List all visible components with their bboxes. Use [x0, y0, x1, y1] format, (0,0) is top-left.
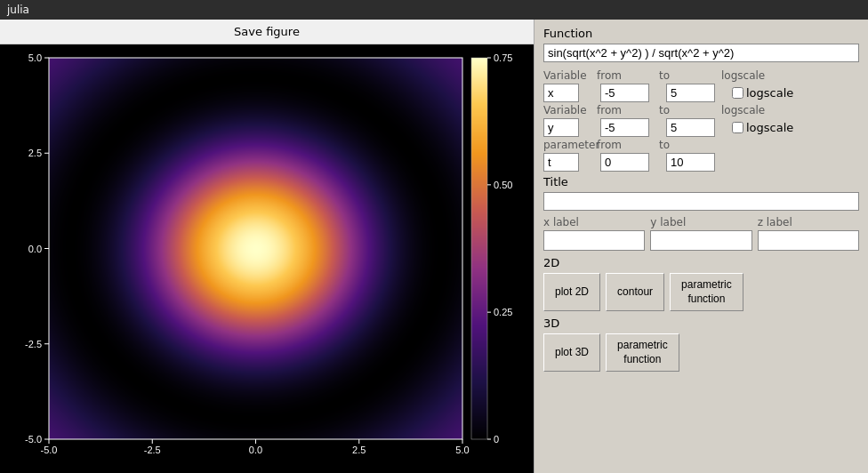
2d-buttons: plot 2D contour parametric function — [543, 273, 859, 311]
title-section-label: Title — [543, 175, 859, 188]
var2-logscale-checkbox[interactable] — [732, 122, 743, 133]
plot-3d-button[interactable]: plot 3D — [543, 333, 600, 372]
param-variable-input[interactable] — [543, 153, 579, 172]
function-input[interactable] — [543, 44, 859, 62]
var2-logscale-header: logscale — [721, 104, 859, 116]
var2-variable-input[interactable] — [543, 118, 579, 137]
function-label: Function — [543, 27, 859, 40]
var1-from-header: from — [597, 69, 659, 82]
var2-to-input[interactable] — [666, 118, 715, 137]
var1-variable-header: Variable — [543, 69, 597, 82]
var1-variable-input[interactable] — [543, 84, 579, 102]
param-from-header: from — [597, 139, 659, 151]
parametric-function-3d-button[interactable]: parametric function — [606, 333, 679, 372]
var1-to-input[interactable] — [666, 84, 715, 102]
z-label-header: z label — [758, 216, 859, 228]
param-label-header: parameter — [543, 139, 597, 151]
var1-to-header: to — [659, 69, 721, 82]
var2-to-header: to — [659, 104, 721, 116]
labels-headers: x label y label z label — [543, 216, 859, 228]
param-to-input[interactable] — [666, 153, 715, 172]
3d-section-label: 3D — [543, 317, 859, 330]
parametric-function-2d-button[interactable]: parametric function — [670, 273, 743, 311]
var2-logscale-label: logscale — [746, 121, 793, 134]
x-label-input[interactable] — [543, 230, 645, 251]
var2-variable-header: Variable — [543, 104, 597, 116]
save-figure-button[interactable]: Save figure — [0, 20, 534, 44]
title-input[interactable] — [543, 192, 859, 211]
var1-logscale-checkbox[interactable] — [732, 87, 743, 99]
var2-logscale-row: logscale — [732, 121, 859, 134]
param-to-header: to — [659, 139, 721, 151]
plot-area — [0, 44, 534, 473]
var1-from-input[interactable] — [600, 84, 649, 102]
var1-logscale-row: logscale — [732, 86, 859, 100]
var1-logscale-label: logscale — [746, 86, 793, 100]
y-label-input[interactable] — [650, 230, 751, 251]
param-from-input[interactable] — [600, 153, 649, 172]
var2-from-header: from — [597, 104, 659, 116]
x-label-header: x label — [543, 216, 645, 228]
plot-panel: Save figure — [0, 20, 534, 473]
y-label-header: y label — [650, 216, 751, 228]
z-label-input[interactable] — [758, 230, 859, 251]
main-container: Save figure Function Variable from to lo… — [0, 20, 868, 473]
title-bar: julia — [0, 0, 868, 20]
right-panel: Function Variable from to logscale logsc… — [534, 20, 868, 473]
var2-from-input[interactable] — [600, 118, 649, 137]
labels-inputs — [543, 230, 859, 251]
app-title: julia — [7, 4, 29, 16]
var1-logscale-header: logscale — [721, 69, 859, 82]
2d-section-label: 2D — [543, 256, 859, 269]
plot-2d-button[interactable]: plot 2D — [543, 273, 600, 311]
contour-button[interactable]: contour — [606, 273, 664, 311]
3d-buttons: plot 3D parametric function — [543, 333, 859, 372]
